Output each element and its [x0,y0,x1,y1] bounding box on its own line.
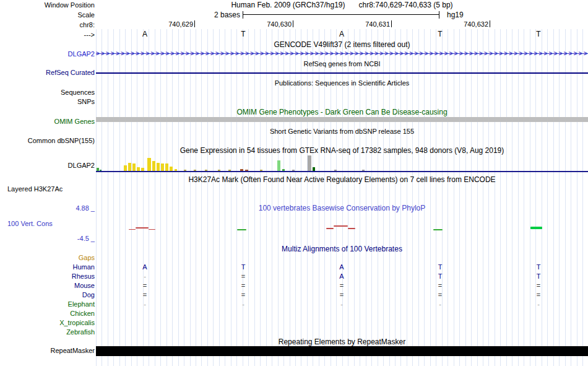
gtex-expression-bar [184,170,186,171]
multiz-dog-cell: = [337,291,347,299]
gtex-expression-bar [152,161,155,171]
track-title-short-genetic-variants-from-dbsnp-release-[interactable]: Short Genetic Variants from dbSNP releas… [96,128,588,136]
track-label-snps[interactable]: SNPs [0,98,95,106]
gtex-expression-bar [100,170,102,171]
track-label-4-5: -4.5 _ [0,235,95,243]
multiz-rhesus-cell: - [140,272,150,281]
track-label-window-position: Window Position [0,1,95,9]
gtex-expression-bar [157,163,160,171]
gtex-expression-bar [165,163,168,171]
phylop-signal-mark [348,228,355,229]
gtex-expression-bar [205,170,207,171]
gtex-expression-bar [175,169,177,171]
ruler-base-letter: T [238,30,248,38]
track-title-omim-gene-phenotypes-dark-green-can-be-dis[interactable]: OMIM Gene Phenotypes - Dark Green Can Be… [96,108,588,116]
gtex-expression-bar [141,168,144,171]
track-title-refseq-genes-from-ncbi[interactable]: RefSeq genes from NCBI [96,60,588,68]
gtex-expression-bar [245,170,248,171]
gtex-expression-bar [132,163,136,171]
scale-bar-line [243,14,439,15]
multiz-human-cell: T [435,263,445,271]
gtex-expression-bar [277,160,280,171]
track-title-publications-sequences-in-scientific-artic[interactable]: Publications: Sequences in Scientific Ar… [96,79,588,87]
ruler-base-letter: A [140,30,150,38]
track-label-chicken[interactable]: Chicken [0,310,95,318]
phylop-signal-mark [334,225,348,227]
gtex-expression-bar [97,168,99,171]
multiz-human-cell: T [238,263,248,271]
gtex-expression-bar [292,170,295,171]
repeatmasker-element-bar[interactable] [96,346,588,356]
track-label-refseq-curated[interactable]: RefSeq Curated [0,69,95,77]
multiz-rhesus-cell: = [238,272,248,281]
ruler-base-letter: T [534,30,543,38]
position-range: chr8:740,629-740,633 (5 bp) [359,1,453,9]
multiz-elephant-cell: - [140,300,150,308]
phylop-signal-mark [237,229,246,230]
track-title-100-vertebrates-basewise-conservation-by-p[interactable]: 100 vertebrates Basewise Conservation by… [96,204,588,212]
multiz-mouse-cell: = [534,282,543,290]
gtex-expression-bar [137,167,140,171]
track-title-repeating-elements-by-repeatmasker[interactable]: Repeating Elements by RepeatMasker [96,338,588,346]
track-label-zebrafish[interactable]: Zebrafish [0,328,95,336]
window-position-header: Human Feb. 2009 (GRCh37/hg19) chr8:740,6… [96,1,588,9]
multiz-human-cell: A [337,263,347,271]
gtex-expression-bar [308,155,311,171]
ruler-tick-mark [490,20,490,27]
track-title-h3k27ac-mark-often-found-near-active-regul[interactable]: H3K27Ac Mark (Often Found Near Active Re… [96,176,588,184]
track-label-gaps[interactable]: Gaps [0,254,95,262]
gtex-expression-bar [194,170,196,171]
track-label-sequences[interactable]: Sequences [0,89,95,97]
multiz-human-cell: A [140,263,150,271]
track-label-elephant[interactable]: Elephant [0,300,95,308]
gtex-expression-bar [228,170,231,171]
phylop-signal-mark [530,227,542,229]
gtex-expression-bar [128,163,131,171]
phylop-signal-mark [136,227,149,229]
genome-build-tag: hg19 [447,11,464,19]
ruler-coordinate-label: 740,632 [445,20,488,28]
track-label-dlgap2[interactable]: DLGAP2 [0,162,95,170]
gtex-expression-bar [170,167,173,171]
multiz-mouse-cell: = [337,282,347,290]
track-label-x-tropicalis[interactable]: X_tropicalis [0,319,95,327]
multiz-dog-cell: = [534,291,543,299]
multiz-rhesus-cell: T [435,272,445,281]
multiz-elephant-cell: - [238,300,248,308]
gtex-expression-bar [260,170,262,171]
track-label-100-vert-cons[interactable]: 100 Vert. Cons [0,220,95,228]
ruler-tick-mark [391,20,392,27]
ucsc-genome-browser-image[interactable]: Human Feb. 2009 (GRCh37/hg19) chr8:740,6… [0,0,588,366]
gtex-expression-bar [218,170,220,171]
multiz-mouse-cell: = [140,282,150,290]
track-label-human[interactable]: Human [0,263,95,271]
track-title-multiz-alignments-of-100-vertebrates[interactable]: Multiz Alignments of 100 Vertebrates [96,245,588,253]
track-label-common-dbsnp-155[interactable]: Common dbSNP(155) [0,137,95,145]
track-label-dog[interactable]: Dog [0,291,95,299]
track-label-omim-genes[interactable]: OMIM Genes [0,118,95,126]
track-label-dlgap2[interactable]: DLGAP2 [0,50,95,58]
track-label-mouse[interactable]: Mouse [0,282,95,290]
multiz-elephant-cell: - [337,300,347,308]
track-label-layered-h3k27ac[interactable]: Layered H3K27Ac [0,185,95,193]
ruler-tick-mark [293,20,293,27]
track-label-rhesus[interactable]: Rhesus [0,272,95,281]
assembly-title: Human Feb. 2009 (GRCh37/hg19) [231,1,345,9]
gtex-expression-bar [334,170,337,171]
refseq-curated-gene-bar[interactable] [96,72,588,74]
transcription-direction-arrows[interactable]: >>>>>>>>>>>>>>>>>>>>>>>>>>>>>>>>>>>>>>>>… [96,50,588,57]
track-label-chr8: chr8: [0,21,95,29]
ruler-coordinate-label: 740,631 [347,20,390,28]
multiz-elephant-cell: - [435,300,445,308]
multiz-dog-cell: = [140,291,150,299]
track-title-gene-expression-in-54-tissues-from-gtex-rn[interactable]: Gene Expression in 54 tissues from GTEx … [96,147,588,155]
gtex-expression-bar [161,163,164,171]
track-label-4-88: 4.88 _ [0,204,95,212]
gtex-expression-bar [282,169,285,171]
track-title-gencode-v49lift37-2-items-filtered-out[interactable]: GENCODE V49lift37 (2 items filtered out) [96,41,588,49]
gtex-expression-bar [240,169,243,171]
omim-genes-bar[interactable] [96,117,588,122]
track-label-repeatmasker[interactable]: RepeatMasker [0,347,95,355]
multiz-mouse-cell: = [435,282,445,290]
multiz-mouse-cell: = [238,282,248,290]
